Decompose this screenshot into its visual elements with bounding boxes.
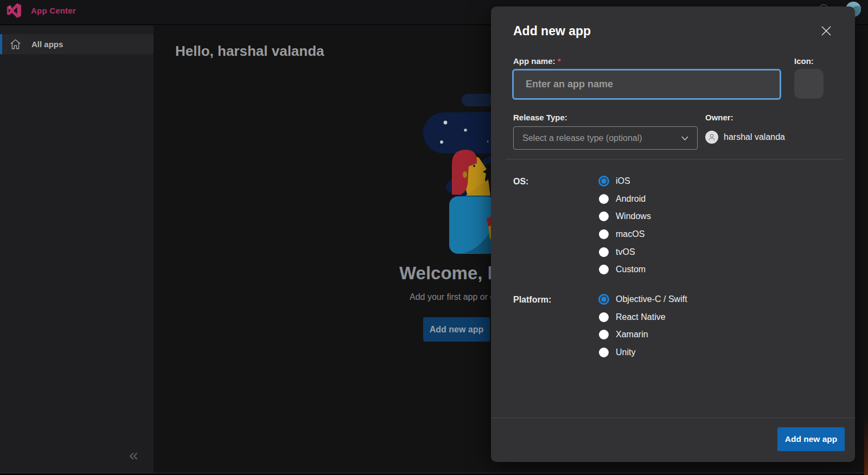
owner-row: harshal valanda [705,131,785,144]
platform-option-xamarin[interactable]: Xamarin [598,326,687,344]
platform-group: Platform: Objective-C / Swift React Nati… [513,291,833,362]
radio-label: tvOS [616,247,635,257]
owner-avatar-icon [705,131,718,144]
os-group: OS: iOS Android Windows macOS [513,172,833,279]
collapse-sidebar-icon[interactable]: « [129,447,138,463]
greeting-heading: Hello, harshal valanda [175,43,324,60]
sidebar-item-all-apps[interactable]: All apps [0,34,154,54]
radio-icon[interactable] [599,194,609,204]
radio-label: Objective-C / Swift [616,294,687,304]
os-option-custom[interactable]: Custom [598,261,651,279]
radio-icon[interactable] [599,229,609,239]
app-name-label: App name: * [513,56,561,66]
platform-option-unity[interactable]: Unity [598,344,687,362]
brand-name: App Center [31,6,76,15]
app-name-input[interactable] [512,69,781,100]
os-option-windows[interactable]: Windows [598,208,651,226]
radio-label: Unity [616,348,635,357]
radio-icon[interactable] [599,312,609,322]
icon-label: Icon: [794,56,814,66]
window-bottom-edge [0,473,868,475]
radio-icon[interactable] [599,265,609,274]
release-type-label: Release Type: [513,113,567,122]
home-icon [10,39,21,49]
required-asterisk: * [558,56,561,66]
dialog-title: Add new app [513,24,591,38]
radio-icon[interactable] [599,211,609,221]
radio-icon[interactable] [599,330,609,339]
sidebar: All apps « [0,25,154,473]
add-new-app-button[interactable]: Add new app [423,317,490,342]
radio-label: iOS [616,176,630,186]
release-type-value: Select a release type (optional) [522,133,642,143]
platform-option-react-native[interactable]: React Native [598,309,687,326]
add-new-app-dialog: Add new app App name: * Icon: Release Ty… [491,7,855,462]
os-label: OS: [513,172,528,190]
os-option-macos[interactable]: macOS [598,226,651,243]
os-option-ios[interactable]: iOS [598,172,651,190]
radio-label: React Native [616,312,666,322]
section-divider [506,159,843,159]
radio-label: Xamarin [616,330,648,339]
os-option-android[interactable]: Android [598,190,651,208]
app-center-logo-icon [7,3,22,18]
os-option-tvos[interactable]: tvOS [598,243,651,261]
window-corner-glow [864,415,868,475]
radio-icon[interactable] [599,247,609,257]
radio-label: Windows [616,211,651,221]
radio-label: Custom [616,265,646,274]
close-icon[interactable] [819,23,834,38]
release-type-select[interactable]: Select a release type (optional) [513,126,698,150]
owner-name: harshal valanda [724,132,785,142]
app-icon-placeholder[interactable] [794,69,824,99]
app-center-window: App Center All apps « Hello, harshal val… [0,0,868,475]
footer-divider [491,418,855,418]
platform-label: Platform: [513,291,551,309]
radio-icon[interactable] [599,348,609,357]
radio-label: macOS [616,229,644,239]
submit-add-new-app-button[interactable]: Add new app [777,427,845,451]
owner-label: Owner: [705,113,733,122]
platform-option-objective-c-swift[interactable]: Objective-C / Swift [598,291,687,309]
welcome-illustration [422,89,496,258]
radio-selected-icon[interactable] [598,294,609,305]
sidebar-item-label: All apps [31,40,63,49]
radio-label: Android [616,194,646,204]
radio-selected-icon[interactable] [598,176,609,187]
welcome-subtext: Add your first app or c [410,292,495,302]
app-center-logo[interactable]: App Center [7,3,76,18]
chevron-down-icon [681,136,688,140]
